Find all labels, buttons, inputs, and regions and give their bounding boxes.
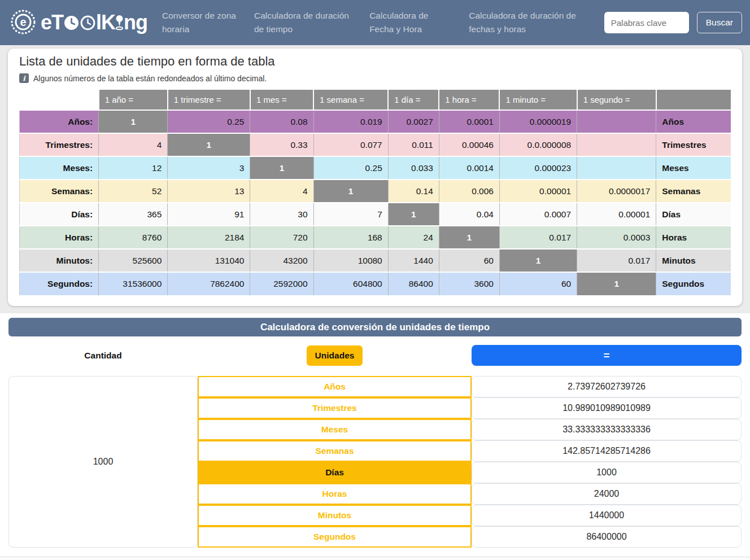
- equals-button[interactable]: =: [472, 345, 742, 366]
- row-end-label: Trimestres: [656, 133, 731, 156]
- value-cell: 31536000: [99, 272, 168, 295]
- value-cell: 0.0007: [499, 203, 577, 226]
- value-cell: 0.25: [313, 156, 388, 180]
- value-cell: 0.077: [313, 133, 388, 156]
- value-cell: 0.14: [388, 180, 439, 203]
- diagonal-cell: 1: [313, 180, 388, 203]
- col-header: 1 minuto =: [499, 90, 577, 110]
- diagonal-cell: 1: [499, 249, 577, 272]
- value-cell: 4: [250, 180, 313, 203]
- search-button[interactable]: Buscar: [697, 12, 742, 33]
- value-cell: 0.00001: [577, 203, 656, 226]
- row-label: Meses:: [20, 156, 99, 180]
- diagonal-cell: 1: [168, 133, 250, 156]
- row-end-label: Minutos: [656, 249, 731, 272]
- top-header: e eT lK ng Conversor de zona ho: [0, 0, 750, 45]
- col-header: 1 trimestre =: [168, 90, 250, 110]
- result-cell: 1000: [472, 462, 742, 483]
- row-label: Días:: [20, 203, 99, 226]
- value-cell: 0.033: [388, 156, 439, 180]
- unit-button-meses[interactable]: Meses: [198, 419, 472, 440]
- units-table: 1 año =1 trimestre =1 mes =1 semana =1 d…: [19, 90, 731, 296]
- value-cell: 4: [99, 133, 168, 156]
- value-cell: [577, 133, 656, 156]
- value-cell: 2592000: [250, 272, 313, 295]
- col-header: 1 día =: [388, 90, 439, 110]
- calculator-controls: Cantidad Unidades =: [8, 343, 742, 368]
- table-row: Horas:876021847201682410.0170.0003Horas: [20, 226, 731, 249]
- nav-item-4[interactable]: Calculadora de duración de fechas y hora…: [469, 9, 590, 36]
- brand-wordmark: eT lK ng: [41, 12, 147, 33]
- nav-item-1[interactable]: Conversor de zona horaria: [162, 9, 237, 36]
- value-cell: 168: [313, 226, 388, 249]
- value-cell: 24: [388, 226, 439, 249]
- col-header-empty: [656, 90, 731, 110]
- value-cell: 60: [499, 272, 577, 295]
- clock-outline-icon: [80, 15, 95, 30]
- diagonal-cell: 1: [250, 156, 313, 180]
- result-cell: 33.333333333333336: [472, 419, 742, 440]
- row-label: Trimestres:: [20, 133, 99, 156]
- value-cell: 12: [99, 156, 168, 180]
- value-cell: 0.000023: [499, 156, 577, 180]
- table-section: Lista de unidades de tiempo en forma de …: [0, 45, 750, 313]
- table-row: Trimestres:410.330.0770.0110.000460.0.00…: [20, 133, 731, 156]
- result-cell: 86400000: [472, 526, 742, 548]
- value-cell: 0.0000017: [577, 180, 656, 203]
- nav-item-3[interactable]: Calculadora de Fecha y Hora: [369, 9, 452, 36]
- row-label: Años:: [20, 110, 99, 133]
- result-cell: 24000: [472, 483, 742, 505]
- value-cell: 0.0003: [577, 226, 656, 249]
- nav-item-2[interactable]: Calculadora de duración de tiempo: [254, 9, 352, 36]
- value-cell: 86400: [388, 272, 439, 295]
- result-cell: 10.989010989010989: [472, 397, 742, 419]
- result-cell: 2.73972602739726: [472, 376, 742, 397]
- units-button[interactable]: Unidades: [307, 345, 363, 366]
- unit-button-trimestres[interactable]: Trimestres: [198, 397, 472, 419]
- row-end-label: Semanas: [656, 180, 731, 203]
- value-cell: 0.0001: [439, 110, 499, 133]
- value-cell: [577, 156, 656, 180]
- amount-value[interactable]: 1000: [8, 376, 198, 548]
- unit-button-horas[interactable]: Horas: [198, 483, 472, 505]
- value-cell: 52: [99, 180, 168, 203]
- value-cell: 0.00001: [499, 180, 577, 203]
- unit-button-semanas[interactable]: Semanas: [198, 440, 472, 462]
- value-cell: [577, 110, 656, 133]
- value-cell: 0.017: [577, 249, 656, 272]
- unit-button-segundos[interactable]: Segundos: [198, 526, 472, 548]
- unit-button-días[interactable]: Días: [198, 462, 472, 483]
- value-cell: 10080: [313, 249, 388, 272]
- table-row: Días:3659130710.040.00070.00001Días: [20, 203, 731, 226]
- table-row: Años:10.250.080.0190.00270.00010.0000019…: [20, 110, 731, 133]
- info-icon: i: [19, 73, 29, 83]
- footer: © 2025 eToolKing | Condiciones de servic…: [0, 557, 750, 560]
- result-cell: 1440000: [472, 505, 742, 526]
- calculator-body: 1000 AñosTrimestresMesesSemanasDíasHoras…: [8, 376, 742, 548]
- unit-button-minutos[interactable]: Minutos: [198, 505, 472, 526]
- calculator-section: Calculadora de conversión de unidades de…: [0, 313, 750, 548]
- unit-list: AñosTrimestresMesesSemanasDíasHorasMinut…: [198, 376, 472, 548]
- value-cell: 0.04: [439, 203, 499, 226]
- value-cell: 0.00046: [439, 133, 499, 156]
- table-header-row: 1 año =1 trimestre =1 mes =1 semana =1 d…: [20, 90, 731, 110]
- col-header-empty: [20, 90, 99, 110]
- value-cell: 0.0000019: [499, 110, 577, 133]
- value-cell: 1440: [388, 249, 439, 272]
- value-cell: 604800: [313, 272, 388, 295]
- value-cell: 0.0.000008: [499, 133, 577, 156]
- value-cell: 8760: [99, 226, 168, 249]
- value-cell: 365: [99, 203, 168, 226]
- row-label: Minutos:: [20, 249, 99, 272]
- search-input[interactable]: [604, 12, 689, 33]
- diagonal-cell: 1: [388, 203, 439, 226]
- brand-logo[interactable]: e eT lK ng: [10, 9, 147, 37]
- table-row: Semanas:5213410.140.0060.000010.0000017S…: [20, 180, 731, 203]
- value-cell: 0.017: [499, 226, 577, 249]
- unit-button-años[interactable]: Años: [198, 376, 472, 397]
- value-cell: 60: [439, 249, 499, 272]
- col-header: 1 hora =: [439, 90, 499, 110]
- table-row: Minutos:525600131040432001008014406010.0…: [20, 249, 731, 272]
- value-cell: 13: [168, 180, 250, 203]
- col-header: 1 año =: [99, 90, 168, 110]
